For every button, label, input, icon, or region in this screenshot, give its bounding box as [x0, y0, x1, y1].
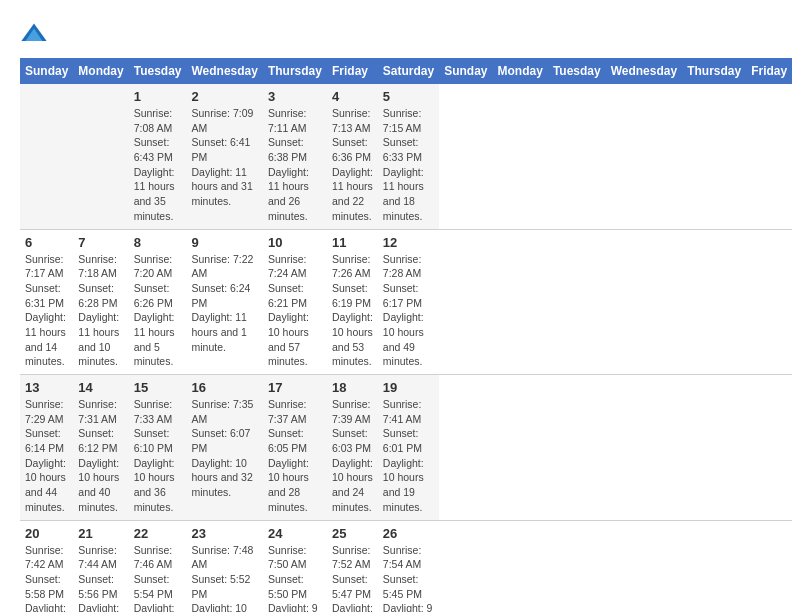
day-info: Sunrise: 7:11 AM Sunset: 6:38 PM Dayligh… — [268, 106, 322, 224]
header-monday: Monday — [493, 58, 548, 84]
calendar-cell: 11Sunrise: 7:26 AM Sunset: 6:19 PM Dayli… — [327, 229, 378, 375]
header-sunday: Sunday — [439, 58, 492, 84]
day-number: 2 — [191, 89, 257, 104]
day-number: 15 — [134, 380, 182, 395]
logo-icon — [20, 20, 48, 48]
day-info: Sunrise: 7:35 AM Sunset: 6:07 PM Dayligh… — [191, 397, 257, 500]
header-wednesday: Wednesday — [186, 58, 262, 84]
calendar-week-1: 6Sunrise: 7:17 AM Sunset: 6:31 PM Daylig… — [20, 229, 792, 375]
calendar-cell: 24Sunrise: 7:50 AM Sunset: 5:50 PM Dayli… — [263, 520, 327, 612]
calendar-cell: 13Sunrise: 7:29 AM Sunset: 6:14 PM Dayli… — [20, 375, 73, 521]
calendar-cell: 22Sunrise: 7:46 AM Sunset: 5:54 PM Dayli… — [129, 520, 187, 612]
day-info: Sunrise: 7:09 AM Sunset: 6:41 PM Dayligh… — [191, 106, 257, 209]
calendar-cell: 6Sunrise: 7:17 AM Sunset: 6:31 PM Daylig… — [20, 229, 73, 375]
header-wednesday: Wednesday — [606, 58, 682, 84]
day-number: 20 — [25, 526, 68, 541]
day-info: Sunrise: 7:42 AM Sunset: 5:58 PM Dayligh… — [25, 543, 68, 613]
calendar-cell: 25Sunrise: 7:52 AM Sunset: 5:47 PM Dayli… — [327, 520, 378, 612]
calendar-cell: 12Sunrise: 7:28 AM Sunset: 6:17 PM Dayli… — [378, 229, 439, 375]
calendar-cell: 9Sunrise: 7:22 AM Sunset: 6:24 PM Daylig… — [186, 229, 262, 375]
day-number: 24 — [268, 526, 322, 541]
day-number: 9 — [191, 235, 257, 250]
calendar-cell: 1Sunrise: 7:08 AM Sunset: 6:43 PM Daylig… — [129, 84, 187, 229]
day-number: 22 — [134, 526, 182, 541]
day-number: 6 — [25, 235, 68, 250]
header-tuesday: Tuesday — [129, 58, 187, 84]
day-info: Sunrise: 7:46 AM Sunset: 5:54 PM Dayligh… — [134, 543, 182, 613]
day-number: 26 — [383, 526, 434, 541]
calendar-week-2: 13Sunrise: 7:29 AM Sunset: 6:14 PM Dayli… — [20, 375, 792, 521]
calendar-cell — [20, 84, 73, 229]
day-number: 18 — [332, 380, 373, 395]
day-number: 8 — [134, 235, 182, 250]
header-friday: Friday — [746, 58, 792, 84]
logo — [20, 20, 52, 48]
day-number: 12 — [383, 235, 434, 250]
calendar-cell: 10Sunrise: 7:24 AM Sunset: 6:21 PM Dayli… — [263, 229, 327, 375]
calendar-header-row: SundayMondayTuesdayWednesdayThursdayFrid… — [20, 58, 792, 84]
day-number: 19 — [383, 380, 434, 395]
header-friday: Friday — [327, 58, 378, 84]
day-info: Sunrise: 7:33 AM Sunset: 6:10 PM Dayligh… — [134, 397, 182, 515]
day-number: 25 — [332, 526, 373, 541]
calendar-cell: 21Sunrise: 7:44 AM Sunset: 5:56 PM Dayli… — [73, 520, 128, 612]
calendar-cell: 7Sunrise: 7:18 AM Sunset: 6:28 PM Daylig… — [73, 229, 128, 375]
calendar-week-3: 20Sunrise: 7:42 AM Sunset: 5:58 PM Dayli… — [20, 520, 792, 612]
day-info: Sunrise: 7:26 AM Sunset: 6:19 PM Dayligh… — [332, 252, 373, 370]
calendar-cell: 23Sunrise: 7:48 AM Sunset: 5:52 PM Dayli… — [186, 520, 262, 612]
day-number: 23 — [191, 526, 257, 541]
day-number: 21 — [78, 526, 123, 541]
calendar-cell: 17Sunrise: 7:37 AM Sunset: 6:05 PM Dayli… — [263, 375, 327, 521]
day-info: Sunrise: 7:24 AM Sunset: 6:21 PM Dayligh… — [268, 252, 322, 370]
day-info: Sunrise: 7:15 AM Sunset: 6:33 PM Dayligh… — [383, 106, 434, 224]
calendar-cell: 16Sunrise: 7:35 AM Sunset: 6:07 PM Dayli… — [186, 375, 262, 521]
header-thursday: Thursday — [682, 58, 746, 84]
day-number: 5 — [383, 89, 434, 104]
calendar-cell: 20Sunrise: 7:42 AM Sunset: 5:58 PM Dayli… — [20, 520, 73, 612]
calendar-table: SundayMondayTuesdayWednesdayThursdayFrid… — [20, 58, 792, 612]
calendar-cell: 2Sunrise: 7:09 AM Sunset: 6:41 PM Daylig… — [186, 84, 262, 229]
header-thursday: Thursday — [263, 58, 327, 84]
day-number: 13 — [25, 380, 68, 395]
day-info: Sunrise: 7:50 AM Sunset: 5:50 PM Dayligh… — [268, 543, 322, 613]
day-info: Sunrise: 7:54 AM Sunset: 5:45 PM Dayligh… — [383, 543, 434, 613]
day-number: 14 — [78, 380, 123, 395]
day-info: Sunrise: 7:17 AM Sunset: 6:31 PM Dayligh… — [25, 252, 68, 370]
day-number: 11 — [332, 235, 373, 250]
calendar-cell: 15Sunrise: 7:33 AM Sunset: 6:10 PM Dayli… — [129, 375, 187, 521]
day-info: Sunrise: 7:31 AM Sunset: 6:12 PM Dayligh… — [78, 397, 123, 515]
calendar-cell: 19Sunrise: 7:41 AM Sunset: 6:01 PM Dayli… — [378, 375, 439, 521]
calendar-cell: 26Sunrise: 7:54 AM Sunset: 5:45 PM Dayli… — [378, 520, 439, 612]
calendar-cell: 5Sunrise: 7:15 AM Sunset: 6:33 PM Daylig… — [378, 84, 439, 229]
day-info: Sunrise: 7:18 AM Sunset: 6:28 PM Dayligh… — [78, 252, 123, 370]
day-info: Sunrise: 7:20 AM Sunset: 6:26 PM Dayligh… — [134, 252, 182, 370]
day-info: Sunrise: 7:44 AM Sunset: 5:56 PM Dayligh… — [78, 543, 123, 613]
header-tuesday: Tuesday — [548, 58, 606, 84]
calendar-cell: 18Sunrise: 7:39 AM Sunset: 6:03 PM Dayli… — [327, 375, 378, 521]
header-monday: Monday — [73, 58, 128, 84]
day-info: Sunrise: 7:39 AM Sunset: 6:03 PM Dayligh… — [332, 397, 373, 515]
day-number: 7 — [78, 235, 123, 250]
calendar-cell: 14Sunrise: 7:31 AM Sunset: 6:12 PM Dayli… — [73, 375, 128, 521]
calendar-cell: 3Sunrise: 7:11 AM Sunset: 6:38 PM Daylig… — [263, 84, 327, 229]
day-info: Sunrise: 7:52 AM Sunset: 5:47 PM Dayligh… — [332, 543, 373, 613]
calendar-cell — [73, 84, 128, 229]
day-info: Sunrise: 7:08 AM Sunset: 6:43 PM Dayligh… — [134, 106, 182, 224]
day-number: 10 — [268, 235, 322, 250]
day-number: 3 — [268, 89, 322, 104]
day-info: Sunrise: 7:41 AM Sunset: 6:01 PM Dayligh… — [383, 397, 434, 515]
calendar-cell: 4Sunrise: 7:13 AM Sunset: 6:36 PM Daylig… — [327, 84, 378, 229]
day-number: 4 — [332, 89, 373, 104]
day-info: Sunrise: 7:13 AM Sunset: 6:36 PM Dayligh… — [332, 106, 373, 224]
day-number: 16 — [191, 380, 257, 395]
header-sunday: Sunday — [20, 58, 73, 84]
calendar-cell: 8Sunrise: 7:20 AM Sunset: 6:26 PM Daylig… — [129, 229, 187, 375]
day-info: Sunrise: 7:22 AM Sunset: 6:24 PM Dayligh… — [191, 252, 257, 355]
day-info: Sunrise: 7:48 AM Sunset: 5:52 PM Dayligh… — [191, 543, 257, 613]
day-number: 17 — [268, 380, 322, 395]
page-header — [20, 20, 772, 48]
day-info: Sunrise: 7:37 AM Sunset: 6:05 PM Dayligh… — [268, 397, 322, 515]
day-info: Sunrise: 7:29 AM Sunset: 6:14 PM Dayligh… — [25, 397, 68, 515]
calendar-week-0: 1Sunrise: 7:08 AM Sunset: 6:43 PM Daylig… — [20, 84, 792, 229]
day-info: Sunrise: 7:28 AM Sunset: 6:17 PM Dayligh… — [383, 252, 434, 370]
